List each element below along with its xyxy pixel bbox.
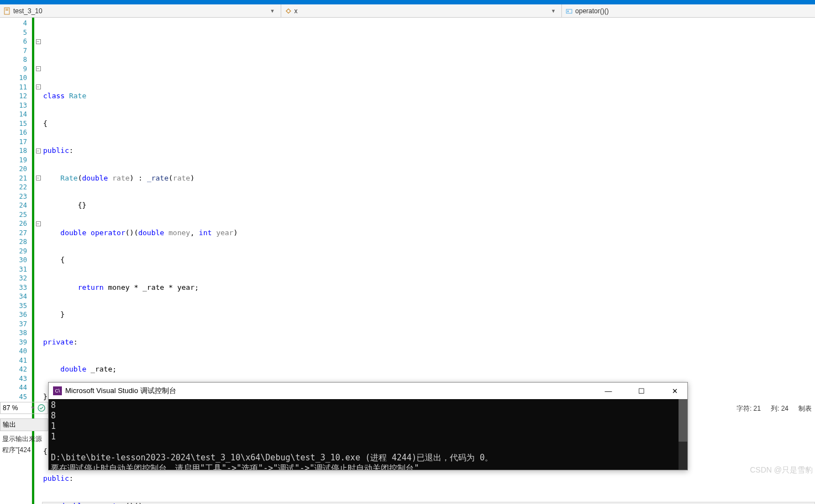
minimize-button[interactable]: — (600, 387, 617, 395)
chevron-down-icon: ▼ (551, 8, 558, 14)
class-text: x (295, 7, 298, 15)
vs-icon: C\ (53, 386, 62, 395)
maximize-button[interactable]: ☐ (633, 387, 650, 395)
close-button[interactable]: ✕ (666, 387, 683, 395)
fold-toggle[interactable]: − (36, 84, 41, 89)
svg-rect-3 (566, 9, 572, 13)
fold-toggle[interactable]: − (36, 221, 41, 226)
svg-rect-4 (567, 10, 569, 12)
method-icon (565, 7, 573, 15)
console-output[interactable]: 8 8 1 1 D:\bite\bite-lesson2023-2024\tes… (49, 399, 687, 470)
svg-rect-0 (4, 8, 9, 14)
scope-text: test_3_10 (13, 7, 43, 15)
no-issues-icon[interactable] (38, 404, 45, 412)
output-header[interactable]: 输出 (0, 418, 48, 431)
console-titlebar[interactable]: C\ Microsoft Visual Studio 调试控制台 — ☐ ✕ (49, 383, 687, 399)
output-panel: 输出 显示输出来源 程序"[424 (0, 418, 48, 458)
chevron-down-icon: ▼ (270, 8, 277, 14)
scope-dropdown[interactable]: test_3_10 ▼ (0, 4, 281, 17)
console-scrollbar[interactable] (679, 399, 687, 470)
svg-rect-1 (6, 9, 8, 9)
zoom-dropdown[interactable]: 87 % ▼ (0, 402, 48, 414)
chevron-down-icon: ▼ (30, 405, 35, 411)
watermark-text: CSDN @只是雪豹 (750, 465, 813, 475)
class-icon (285, 7, 292, 15)
status-col: 列: 24 (771, 404, 788, 413)
editor-footer-left: 87 % ▼ (0, 402, 48, 414)
class-dropdown[interactable]: x ▼ (281, 4, 562, 17)
file-icon (3, 7, 11, 15)
fold-toggle[interactable]: − (36, 176, 41, 181)
status-tab: 制表 (798, 404, 812, 413)
zoom-value: 87 % (3, 404, 18, 412)
fold-toggle[interactable]: − (36, 148, 41, 153)
status-bar-right: 字符: 21 列: 24 制表 (737, 404, 815, 413)
debug-console-window: C\ Microsoft Visual Studio 调试控制台 — ☐ ✕ 8… (48, 382, 688, 470)
console-title-text: Microsoft Visual Studio 调试控制台 (65, 386, 176, 396)
member-dropdown[interactable]: operator()() (562, 4, 815, 17)
output-source-label: 显示输出来源 (2, 433, 46, 444)
status-char: 字符: 21 (737, 404, 761, 413)
fold-toggle[interactable]: − (36, 66, 41, 71)
title-bar-accent (0, 0, 815, 4)
fold-toggle[interactable]: − (36, 39, 41, 44)
svg-rect-2 (6, 10, 8, 10)
navigation-bar: test_3_10 ▼ x ▼ operator()() (0, 4, 815, 18)
output-log-line: 程序"[424 (2, 444, 46, 455)
member-text: operator()() (575, 7, 609, 15)
